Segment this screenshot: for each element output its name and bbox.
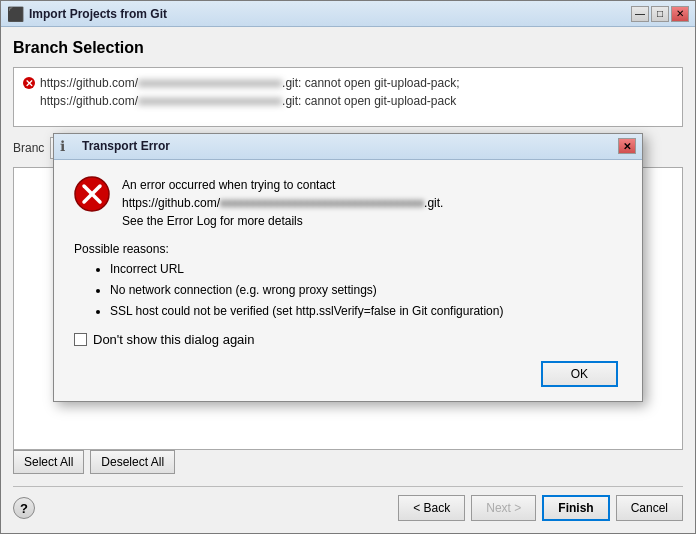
dialog-titlebar: ℹ Transport Error ✕ [54, 134, 642, 160]
reason-item-3: SSL host could not be verified (set http… [110, 302, 622, 320]
dialog-title: Transport Error [82, 139, 618, 153]
dialog-error-sub-message: See the Error Log for more details [122, 212, 622, 230]
reason-item-1: Incorrect URL [110, 260, 622, 278]
dialog-buttons: OK [74, 361, 622, 387]
dialog-icon: ℹ [60, 138, 76, 154]
dialog-error-text: An error occurred when trying to contact… [122, 176, 622, 230]
error-circle-icon [74, 176, 110, 212]
reason-item-2: No network connection (e.g. wrong proxy … [110, 281, 622, 299]
possible-reasons: Possible reasons: Incorrect URL No netwo… [74, 242, 622, 320]
error-svg [74, 176, 110, 212]
dialog-close-icon: ✕ [623, 141, 631, 152]
dont-show-label: Don't show this dialog again [93, 332, 254, 347]
dialog-error-message: An error occurred when trying to contact… [122, 176, 622, 212]
transport-error-dialog: ℹ Transport Error ✕ An e [53, 133, 643, 402]
ok-button[interactable]: OK [541, 361, 618, 387]
dialog-close-button[interactable]: ✕ [618, 138, 636, 154]
dialog-checkbox-row: Don't show this dialog again [74, 332, 622, 347]
dialog-error-row: An error occurred when trying to contact… [74, 176, 622, 230]
blurred-dialog-url: xxxxxxxxxxxxxxxxxxxxxxxxxxxxxxxxxx [220, 196, 424, 210]
dialog-body: An error occurred when trying to contact… [54, 160, 642, 401]
reasons-list: Incorrect URL No network connection (e.g… [90, 260, 622, 320]
dialog-overlay: ℹ Transport Error ✕ An e [0, 0, 696, 534]
possible-reasons-title: Possible reasons: [74, 242, 622, 256]
dont-show-checkbox[interactable] [74, 333, 87, 346]
